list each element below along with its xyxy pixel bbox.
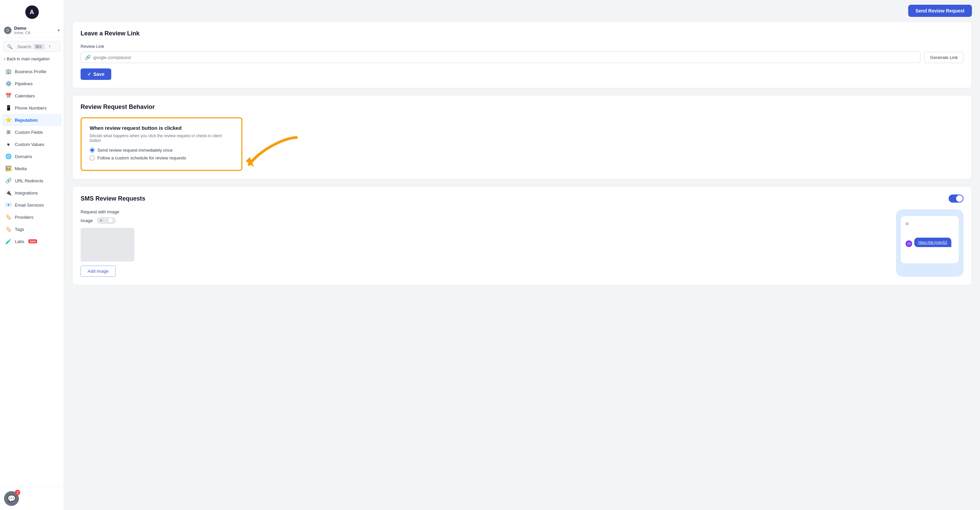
message-row: JD https://bit.ly/qty52 <box>905 234 954 247</box>
search-bar[interactable]: 🔍 Search ⌘K ↑ <box>3 41 60 52</box>
image-label: Image <box>81 218 93 223</box>
toggle-track <box>104 218 113 223</box>
send-review-request-button[interactable]: Send Review Request <box>908 5 972 17</box>
review-link-label: Review Link <box>81 44 964 49</box>
sidebar-item-integrations[interactable]: 🔌 Integrations <box>2 187 62 199</box>
phone-preview: ≡ JD https://bit.ly/qty52 <box>896 209 964 277</box>
back-nav[interactable]: ‹ Back to main navigation <box>0 54 64 64</box>
chat-button[interactable]: 💬 3 <box>4 491 19 506</box>
sidebar-item-calendars[interactable]: 📅 Calendars <box>2 90 62 102</box>
search-shortcut: ⌘K <box>33 44 45 49</box>
account-info: Demo Irvine, CA <box>14 25 55 35</box>
custom-values-icon: ♥ <box>5 141 11 147</box>
business-profile-icon: 🏢 <box>5 68 11 75</box>
account-switcher[interactable]: D Demo Irvine, CA ▾ <box>0 23 64 38</box>
review-link-row: 🔗 Generate Link <box>81 52 964 63</box>
phone-numbers-icon: 📱 <box>5 105 11 111</box>
sms-toggle[interactable] <box>949 194 964 203</box>
message-avatar: JD <box>905 240 912 247</box>
generate-link-button[interactable]: Generate Link <box>924 52 964 63</box>
radio-option-schedule[interactable]: Follow a custom schedule for review requ… <box>90 156 233 160</box>
sidebar-item-pipelines[interactable]: ⚙️ Pipelines <box>2 78 62 90</box>
sidebar-item-label: Calendars <box>15 94 35 99</box>
sidebar-item-label: Labs <box>15 239 24 244</box>
reputation-icon: ⭐ <box>5 117 11 123</box>
sidebar-item-custom-fields[interactable]: ⊞ Custom Fields <box>2 126 62 138</box>
radio-schedule-label: Follow a custom schedule for review requ… <box>97 156 186 160</box>
sidebar-item-tags[interactable]: 🏷️ Tags <box>2 223 62 235</box>
add-image-button[interactable]: Add image <box>81 265 116 277</box>
radio-option-immediate[interactable]: Send review request immediately once <box>90 148 233 153</box>
sidebar-item-reputation[interactable]: ⭐ Reputation <box>2 114 62 126</box>
account-location: Irvine, CA <box>14 31 55 35</box>
content-area: Leave a Review Link Review Link 🔗 Genera… <box>64 22 980 510</box>
image-toggle-row: Image ✕ <box>81 217 888 224</box>
save-button[interactable]: ✓ Save <box>81 68 111 80</box>
behavior-card-title: When review request button is clicked <box>90 125 233 131</box>
calendars-icon: 📅 <box>5 93 11 99</box>
sms-review-card: SMS Review Requests Request with Image I… <box>72 186 972 285</box>
sidebar-item-email-services[interactable]: 📧 Email Services <box>2 199 62 211</box>
custom-fields-icon: ⊞ <box>5 129 11 135</box>
account-icon: D <box>4 27 11 34</box>
url-redirects-icon: 🔗 <box>5 178 11 184</box>
sms-header-row: SMS Review Requests <box>81 194 964 203</box>
nav-items-list: 🏢 Business Profile ⚙️ Pipelines 📅 Calend… <box>0 65 64 248</box>
sidebar-item-custom-values[interactable]: ♥ Custom Values <box>2 138 62 150</box>
checkmark-icon: ✓ <box>88 71 91 77</box>
phone-screen: ≡ JD https://bit.ly/qty52 <box>901 216 959 263</box>
providers-icon: 🏷️ <box>5 214 11 220</box>
sidebar-item-label: Domains <box>15 154 32 159</box>
link-icon: 🔗 <box>85 55 91 60</box>
sidebar-item-media[interactable]: 🖼️ Media <box>2 162 62 175</box>
annotation-arrow <box>235 127 310 175</box>
behavior-card-desc: Decide what happens when you click the r… <box>90 133 233 143</box>
behavior-wrapper: When review request button is clicked De… <box>81 117 242 171</box>
message-bubble: https://bit.ly/qty52 <box>914 238 951 247</box>
sidebar-item-label: Tags <box>15 227 24 232</box>
sidebar-item-domains[interactable]: 🌐 Domains <box>2 150 62 162</box>
top-bar: Send Review Request <box>64 0 980 22</box>
sidebar-item-label: Reputation <box>15 118 38 123</box>
radio-immediate[interactable] <box>90 148 95 153</box>
request-image-label: Request with Image <box>81 209 888 214</box>
review-behavior-title: Review Request Behavior <box>81 103 964 111</box>
search-label: Search <box>18 44 31 49</box>
sidebar-item-url-redirects[interactable]: 🔗 URL Redirects <box>2 175 62 187</box>
sidebar-item-label: Business Profile <box>15 69 46 74</box>
request-image-left: Request with Image Image ✕ Add image <box>81 209 888 277</box>
image-toggle-off[interactable]: ✕ <box>97 217 116 224</box>
sidebar-bottom: 💬 3 <box>0 487 64 510</box>
labs-badge: new <box>28 239 37 243</box>
behavior-options-card: When review request button is clicked De… <box>81 117 242 171</box>
review-link-input[interactable] <box>93 55 916 60</box>
media-icon: 🖼️ <box>5 165 11 172</box>
sidebar-item-providers[interactable]: 🏷️ Providers <box>2 211 62 223</box>
review-link-card: Leave a Review Link Review Link 🔗 Genera… <box>72 22 972 88</box>
sidebar: A D Demo Irvine, CA ▾ 🔍 Search ⌘K ↑ ‹ Ba… <box>0 0 64 510</box>
radio-schedule[interactable] <box>90 156 95 160</box>
sidebar-logo: A <box>0 0 64 23</box>
domains-icon: 🌐 <box>5 153 11 159</box>
sms-title: SMS Review Requests <box>81 195 145 202</box>
review-link-title: Leave a Review Link <box>81 30 964 37</box>
menu-icon: ≡ <box>905 221 954 227</box>
back-icon: ‹ <box>4 57 5 61</box>
sidebar-item-phone-numbers[interactable]: 📱 Phone Numbers <box>2 102 62 114</box>
sidebar-item-label: Custom Values <box>15 142 44 147</box>
pipelines-icon: ⚙️ <box>5 81 11 87</box>
svg-marker-0 <box>246 157 254 167</box>
search-icon: 🔍 <box>7 44 16 49</box>
sidebar-item-labs[interactable]: 🧪 Labs new <box>2 235 62 248</box>
toggle-thumb <box>108 218 113 223</box>
sidebar-item-business-profile[interactable]: 🏢 Business Profile <box>2 65 62 78</box>
sidebar-item-label: Custom Fields <box>15 130 43 135</box>
email-services-icon: 📧 <box>5 202 11 208</box>
tags-icon: 🏷️ <box>5 226 11 232</box>
message-link: https://bit.ly/qty52 <box>918 240 947 245</box>
sidebar-item-label: Phone Numbers <box>15 105 46 111</box>
sidebar-item-label: Media <box>15 166 27 171</box>
chat-badge: 3 <box>15 490 20 495</box>
sidebar-item-label: URL Redirects <box>15 178 43 183</box>
radio-immediate-label: Send review request immediately once <box>97 148 173 153</box>
